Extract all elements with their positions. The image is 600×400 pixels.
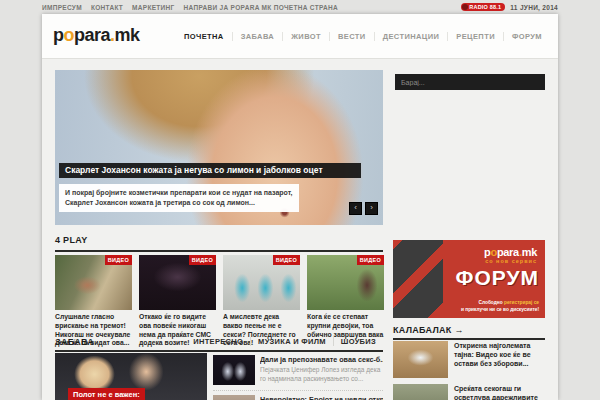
article-text: Дали ја препознавате оваа секс-б... Пеја… bbox=[260, 355, 383, 385]
ad-logo-part: para bbox=[497, 246, 519, 258]
hero-slider[interactable]: Скарлет Јохансон кожата ја негува со лим… bbox=[55, 70, 383, 225]
tab-shoubiz[interactable]: ШОУБИЗ bbox=[333, 337, 383, 346]
article-thumbnail-smileys[interactable] bbox=[393, 384, 448, 400]
tab-interesno[interactable]: ИНТЕРЕСНО bbox=[186, 337, 250, 346]
nav-forum[interactable]: ФОРУМ bbox=[503, 32, 550, 41]
fourplay-divider bbox=[55, 250, 383, 252]
top-utility-bar: ИМПРЕСУМ КОНТАКТ МАРКЕТИНГ НАПРАВИ ЈА PO… bbox=[0, 0, 600, 14]
site-header: popara.mk ПОЧЕТНА ЗАБАВА ЖИВОТ ВЕСТИ ДЕС… bbox=[42, 14, 558, 59]
logo-part-accent: o bbox=[64, 25, 75, 45]
nav-zhivot[interactable]: ЖИВОТ bbox=[282, 32, 329, 41]
link-impresum[interactable]: ИМПРЕСУМ bbox=[42, 4, 82, 11]
fourplay-section-title: 4 PLAY bbox=[55, 235, 87, 245]
article-title[interactable]: Неверојатно: Бројот на чевли откр. bbox=[260, 395, 383, 400]
tab-muzika-i-film[interactable]: МУЗИКА И ФИЛМ bbox=[250, 337, 333, 346]
next-arrow-icon[interactable]: › bbox=[365, 202, 378, 215]
logo-part: para bbox=[74, 25, 110, 45]
fourplay-grid: ВИДЕО Слушнале гласно врискање на тремот… bbox=[55, 255, 383, 348]
utility-links: ИМПРЕСУМ КОНТАКТ МАРКЕТИНГ НАПРАВИ ЈА PO… bbox=[42, 0, 338, 14]
prev-arrow-icon[interactable]: ‹ bbox=[349, 202, 362, 215]
video-card[interactable]: ВИДЕО Откако ќе го видите ова повеќе ник… bbox=[139, 255, 216, 348]
nav-destinacii[interactable]: ДЕСТИНАЦИИ bbox=[374, 32, 448, 41]
link-make-homepage[interactable]: НАПРАВИ ЈА POPARA МК ПОЧЕТНА СТРАНА bbox=[184, 4, 338, 11]
article-thumbnail-woman[interactable] bbox=[213, 395, 255, 400]
video-caption[interactable]: Кога ќе се степаат крупни девојки, тоа о… bbox=[307, 313, 384, 339]
article-thumbnail-stage[interactable] bbox=[213, 355, 255, 385]
list-item[interactable]: Откриена најголемата тајна: Видео кое ќе… bbox=[393, 341, 545, 378]
ad-small-part: Слободно bbox=[479, 300, 504, 305]
forum-ad-banner[interactable]: popara.mk со нов сервис ФОРУМ Слободно р… bbox=[393, 240, 545, 318]
nav-recepti[interactable]: РЕЦЕПТИ bbox=[447, 32, 503, 41]
ad-subtitle: со нов сервис bbox=[485, 258, 537, 264]
article-thumbnail-hands[interactable] bbox=[393, 341, 448, 378]
video-badge: ВИДЕО bbox=[273, 255, 300, 265]
article-title[interactable]: Откриена најголемата тајна: Видео кое ќе… bbox=[454, 341, 545, 378]
video-badge: ВИДЕО bbox=[189, 255, 216, 265]
featured-caption[interactable]: Полот не е важен: bbox=[68, 388, 145, 400]
article-title[interactable]: Среќата секогаш ги осветлува дарежливите… bbox=[454, 384, 545, 400]
video-thumbnail-singers[interactable]: ВИДЕО bbox=[223, 255, 300, 310]
article-title[interactable]: Дали ја препознавате оваа секс-б... bbox=[260, 355, 383, 364]
topbar-right: RADIO 88.1 11 ЈУНИ, 2014 bbox=[461, 0, 558, 14]
video-card[interactable]: ВИДЕО Слушнале гласно врискање на тремот… bbox=[55, 255, 132, 348]
list-item[interactable]: Среќата секогаш ги осветлува дарежливите… bbox=[393, 384, 545, 400]
article-excerpt: Пејачката Џенифер Лопез изгледа дека го … bbox=[260, 366, 383, 384]
slider-controls: ‹ › bbox=[349, 202, 378, 215]
ad-logo-part: mk bbox=[522, 246, 537, 258]
ad-logo: popara.mk bbox=[484, 246, 537, 258]
main-navigation: ПОЧЕТНА ЗАБАВА ЖИВОТ ВЕСТИ ДЕСТИНАЦИИ РЕ… bbox=[176, 14, 550, 58]
ad-small-part: и приклучи ни се во дискусиите! bbox=[461, 307, 539, 312]
list-item[interactable]: Дали ја препознавате оваа секс-б... Пеја… bbox=[213, 355, 383, 391]
ad-small-highlight: регистрирај се bbox=[504, 300, 539, 305]
category-tabs: ИНТЕРЕСНО МУЗИКА И ФИЛМ ШОУБИЗ bbox=[55, 337, 383, 346]
video-badge: ВИДЕО bbox=[105, 255, 132, 265]
arrow-left-icon bbox=[393, 240, 443, 318]
nav-zabava[interactable]: ЗАБАВА bbox=[232, 32, 283, 41]
zabava-divider bbox=[55, 350, 383, 352]
current-date: 11 ЈУНИ, 2014 bbox=[510, 4, 558, 11]
site-logo[interactable]: popara.mk bbox=[53, 25, 140, 46]
kalabalak-list: Откриена најголемата тајна: Видео кое ќе… bbox=[393, 341, 545, 400]
content-card: popara.mk ПОЧЕТНА ЗАБАВА ЖИВОТ ВЕСТИ ДЕС… bbox=[42, 14, 558, 400]
video-badge: ВИДЕО bbox=[357, 255, 384, 265]
logo-part: p bbox=[53, 25, 64, 45]
nav-pochetna[interactable]: ПОЧЕТНА bbox=[176, 32, 232, 41]
video-thumbnail-deer[interactable]: ВИДЕО bbox=[55, 255, 132, 310]
article-text: Неверојатно: Бројот на чевли откр. bbox=[260, 395, 383, 400]
video-thumbnail-cinema[interactable]: ВИДЕО bbox=[139, 255, 216, 310]
radio-logo-icon[interactable]: RADIO 88.1 bbox=[461, 3, 505, 11]
ad-small-text: Слободно регистрирај се и приклучи ни се… bbox=[461, 299, 539, 313]
ad-forum-text: ФОРУМ bbox=[455, 266, 539, 290]
hero-headline[interactable]: Скарлет Јохансон кожата ја негува со лим… bbox=[59, 163, 361, 178]
featured-article[interactable]: Полот не е важен: bbox=[55, 353, 207, 400]
kalabalak-section-title[interactable]: КАЛАБАЛАК → bbox=[393, 325, 464, 335]
list-item[interactable]: Неверојатно: Бројот на чевли откр. bbox=[213, 395, 383, 400]
nav-vesti[interactable]: ВЕСТИ bbox=[329, 32, 374, 41]
search-input[interactable] bbox=[395, 74, 545, 90]
kalabalak-divider bbox=[393, 338, 545, 340]
link-marketing[interactable]: МАРКЕТИНГ bbox=[132, 4, 174, 11]
video-thumbnail-fight[interactable]: ВИДЕО bbox=[307, 255, 384, 310]
logo-part: mk bbox=[115, 25, 140, 45]
hero-excerpt: И покрај бројните козметички препарати к… bbox=[59, 184, 299, 212]
link-kontakt[interactable]: КОНТАКТ bbox=[91, 4, 123, 11]
article-list: Дали ја препознавате оваа секс-б... Пеја… bbox=[213, 355, 383, 400]
video-card[interactable]: ВИДЕО А мислевте дека вакво пеење не е с… bbox=[223, 255, 300, 348]
video-card[interactable]: ВИДЕО Кога ќе се степаат крупни девојки,… bbox=[307, 255, 384, 348]
page: ИМПРЕСУМ КОНТАКТ МАРКЕТИНГ НАПРАВИ ЈА PO… bbox=[0, 0, 600, 400]
